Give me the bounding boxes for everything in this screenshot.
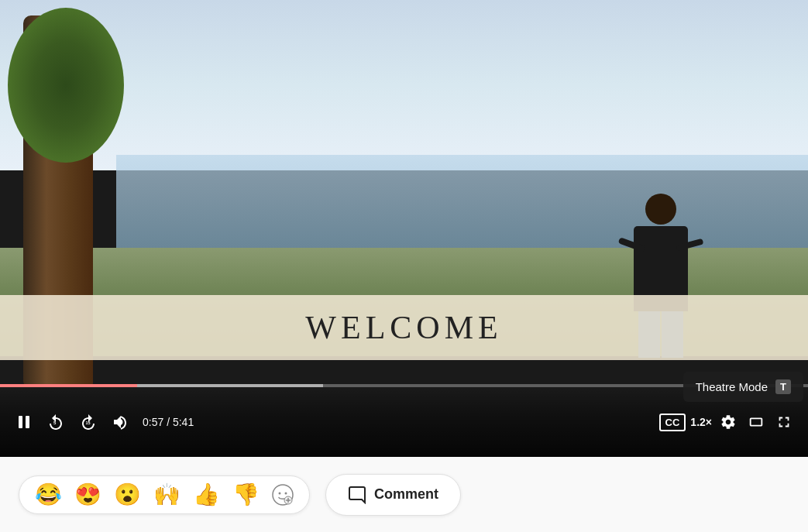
time-display: 0:57 / 5:41	[143, 416, 194, 428]
subtitle-text: WELCOME	[305, 310, 502, 345]
emoji-laugh-button[interactable]: 😂	[35, 484, 62, 506]
rewind-button[interactable]: 5	[43, 410, 68, 434]
comment-icon	[348, 486, 366, 504]
pause-button[interactable]	[12, 410, 36, 434]
svg-rect-1	[26, 416, 29, 428]
settings-button[interactable]	[717, 410, 740, 434]
cc-button[interactable]: CC	[659, 414, 686, 431]
theatre-mode-button[interactable]	[744, 410, 768, 434]
add-emoji-button[interactable]	[272, 484, 294, 506]
fullscreen-button[interactable]	[772, 410, 796, 434]
svg-text:5: 5	[53, 420, 57, 425]
emoji-hands-button[interactable]: 🙌	[153, 484, 181, 506]
forward-button[interactable]: 15	[76, 410, 101, 434]
theatre-tooltip: Theatre Mode T	[683, 372, 803, 402]
video-player: WELCOME Theatre Mode T 5	[0, 0, 808, 457]
svg-text:15: 15	[86, 420, 91, 425]
speed-button[interactable]: 1.2×	[690, 416, 712, 428]
right-controls: CC 1.2×	[659, 410, 796, 434]
comment-button-label: Comment	[374, 486, 438, 503]
emoji-thumbsup-button[interactable]: 👍	[193, 484, 220, 506]
theatre-tooltip-label: Theatre Mode	[696, 380, 768, 393]
svg-point-5	[279, 492, 281, 494]
theatre-tooltip-key: T	[775, 379, 791, 394]
emoji-thumbsdown-button[interactable]: 👎	[232, 484, 260, 506]
emoji-love-eyes-button[interactable]: 😍	[74, 484, 101, 506]
svg-rect-0	[19, 416, 22, 428]
emoji-surprised-button[interactable]: 😮	[114, 484, 141, 506]
action-bar: 😂 😍 😮 🙌 👍 👎	[0, 457, 808, 532]
volume-button[interactable]	[108, 410, 132, 434]
subtitle-bar: WELCOME	[0, 295, 808, 360]
emoji-bar: 😂 😍 😮 🙌 👍 👎	[19, 475, 310, 514]
comment-button[interactable]: Comment	[325, 474, 461, 516]
svg-point-6	[285, 492, 287, 494]
